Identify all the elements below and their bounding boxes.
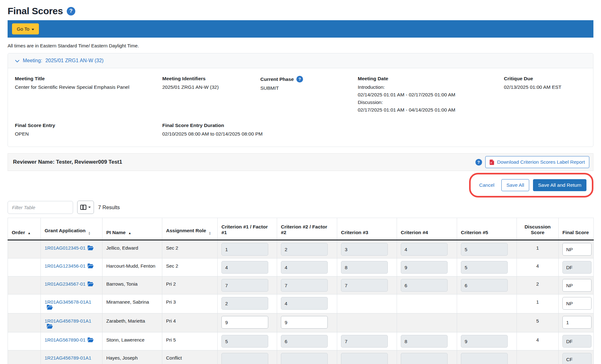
criterion-5-cell [457,350,517,364]
pi-name-cell: Barrows, Tonia [102,276,162,294]
help-icon[interactable]: ? [67,7,75,15]
final-score-cell [559,332,594,350]
criterion-3-cell [337,258,397,276]
grant-application-link[interactable]: 1R01AG123456-01 [45,263,85,269]
caret-down-icon [32,29,34,30]
table-row: 1R01AG456789-01A1Zarabeth, MariettaPri 4… [8,313,594,332]
grant-application-link[interactable]: 1R01AG012345-01 [45,245,85,251]
criterion-5-cell [457,332,517,350]
help-icon[interactable]: ? [296,76,303,82]
pi-name-cell: Stonn, Lawerence [102,332,162,350]
pi-name-cell: Hayes, Joseph [102,350,162,364]
pi-name-cell: Jellico, Edward [102,240,162,258]
criterion-5-score-input [461,353,508,364]
discussion-score-cell: 5 [517,313,559,332]
final-score-cell [559,313,594,332]
grant-application-link[interactable]: 1R21AG456789-01A1 [45,355,91,361]
help-icon[interactable]: ? [475,159,482,166]
open-folder-icon[interactable] [88,282,94,287]
sort-ascending-icon: ▲ [128,231,131,235]
save-all-and-return-button[interactable]: Save All and Return [533,179,586,191]
open-folder-icon[interactable] [47,305,53,311]
filter-table-input[interactable] [8,201,73,214]
meeting-header-label: Meeting: [23,58,42,64]
final-score-input[interactable] [562,279,592,292]
criterion-2-cell [277,276,337,294]
go-to-button[interactable]: Go To [12,23,39,34]
criterion-5-score-input [461,243,508,256]
criterion-2-score-input[interactable] [281,316,328,329]
reviewer-name: Reviewer Name: Tester, Reviewer009 Test1 [13,159,122,165]
sort-icon: ▲▼ [88,232,90,235]
save-all-button[interactable]: Save All [501,179,529,191]
grant-application-link[interactable]: 1R01AG456789-01A1 [45,318,91,324]
order-cell [8,258,41,276]
open-folder-icon[interactable] [47,324,53,330]
assignment-role-cell: Sec 2 [162,240,218,258]
order-cell [8,313,41,332]
criterion-2-score-input [281,353,328,364]
grant-application-cell: 1R01AG345678-01A1 [41,294,102,313]
final-score-cell [559,276,594,294]
criterion-1-cell [218,240,277,258]
introduction-range: 02/14/2025 01:01 AM - 02/17/2025 01:00 A… [358,91,504,99]
introduction-label: Introduction: [358,83,504,91]
criterion-5-score-input [461,335,508,348]
column-header-criterion-3: Criterion #3 [337,218,397,240]
criterion-3-cell [337,350,397,364]
final-score-entry-duration-field: Final Score Entry Duration 02/10/2025 08… [162,123,586,138]
discussion-score-cell: 1 [517,294,559,313]
table-row: 1R01AG234567-01Barrows, ToniaPri 22 [8,276,594,294]
criterion-4-cell [397,276,457,294]
cancel-button[interactable]: Cancel [476,179,498,191]
column-header-criterion-1: Criterion #1 / Factor #1 [218,218,277,240]
criterion-1-cell [218,276,277,294]
meeting-identifiers-field: Meeting Identifiers 2025/01 ZRG1 AN-W (3… [162,76,260,114]
final-score-cell [559,258,594,276]
final-score-input[interactable] [562,316,592,329]
final-score-entry-field: Final Score Entry OPEN [15,123,162,138]
table-body: 1R01AG012345-01Jellico, EdwardSec 211R01… [8,240,594,364]
table-row: 1R01AG345678-01A1Miramanee, SabrinaPri 3… [8,294,594,313]
final-score-input [562,353,592,364]
final-score-cell [559,350,594,364]
final-score-input[interactable] [562,297,592,310]
discussion-score-cell [517,350,559,364]
grant-application-link[interactable]: 1R01AG567890-01 [45,337,85,343]
column-header-order[interactable]: Order▲ [8,218,41,240]
grant-application-link[interactable]: 1R01AG234567-01 [45,281,85,287]
final-score-input [562,261,592,274]
discussion-score-cell: 4 [517,332,559,350]
column-header-pi-name[interactable]: PI Name▲ [102,218,162,240]
grant-application-cell: 1R01AG234567-01 [41,276,102,294]
criterion-4-score-input [401,243,448,256]
criterion-1-score-input[interactable] [221,316,268,329]
criterion-1-cell [218,350,277,364]
criterion-4-cell [397,258,457,276]
open-folder-icon[interactable] [88,246,94,251]
critique-due-field: Critique Due 02/13/2025 01:00 AM EST [504,76,586,114]
column-header-criterion-5: Criterion #5 [457,218,517,240]
column-header-grant-application[interactable]: Grant Application▲▼ [41,218,102,240]
pi-name-cell: Zarabeth, Marietta [102,313,162,332]
grant-application-cell: 1R21AG456789-01A1 [41,350,102,364]
criterion-3-cell [337,294,397,313]
assignment-role-cell: Pri 2 [162,276,218,294]
table-row: 1R01AG567890-01Stonn, LawerencePri 54 [8,332,594,350]
open-folder-icon[interactable] [88,337,94,343]
column-header-assignment-role[interactable]: Assignment Role▲▼ [162,218,218,240]
sort-ascending-icon: ▲ [28,231,31,235]
grant-application-link[interactable]: 1R01AG345678-01A1 [45,299,91,305]
download-criterion-scores-button[interactable]: Download Criterion Scores Label Report [485,156,589,168]
criterion-4-cell [397,332,457,350]
criterion-5-score-input [461,279,508,292]
final-score-input[interactable] [562,243,592,256]
criterion-4-cell [397,240,457,258]
page-header: Final Scores ? [8,6,593,16]
grant-application-cell: 1R01AG012345-01 [41,240,102,258]
open-folder-icon[interactable] [88,264,94,269]
column-picker-button[interactable] [77,201,94,214]
criterion-2-score-input [281,279,328,292]
meeting-panel-toggle[interactable]: Meeting: 2025/01 ZRG1 AN-W (32) [8,53,593,68]
final-score-input [562,335,592,348]
